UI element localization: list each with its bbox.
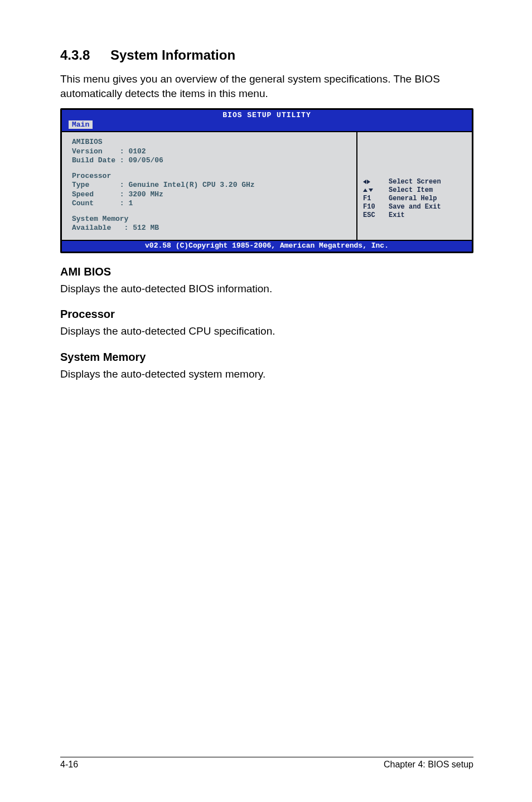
- chapter-label: Chapter 4: BIOS setup: [384, 760, 473, 770]
- ami-bios-text: Displays the auto-detected BIOS informat…: [60, 282, 473, 296]
- system-memory-text: Displays the auto-detected system memory…: [60, 367, 473, 381]
- bios-help-pane: Select Screen Select Item F1 General Hel…: [357, 131, 472, 239]
- memory-available: Available : 512 MB: [72, 224, 349, 233]
- processor-group: Processor Type : Genuine Intel(R) CPU 3.…: [72, 172, 349, 208]
- memory-group: System Memory Available : 512 MB: [72, 215, 349, 233]
- help-select-item: Select Item: [363, 186, 466, 195]
- processor-label: Processor: [72, 172, 349, 181]
- processor-speed: Speed : 3200 MHz: [72, 190, 349, 199]
- bios-copyright: v02.58 (C)Copyright 1985-2006, American …: [62, 240, 472, 252]
- arrow-left-right-icon: [363, 180, 370, 184]
- system-memory-heading: System Memory: [60, 351, 473, 364]
- bios-panel: BIOS SETUP UTILITY Main AMIBIOS Version …: [60, 108, 473, 253]
- help-general-help: F1 General Help: [363, 195, 466, 203]
- processor-text: Displays the auto-detected CPU specifica…: [60, 324, 473, 339]
- arrow-up-down-icon: [363, 189, 373, 192]
- amibios-build-date: Build Date : 09/05/06: [72, 156, 349, 165]
- processor-heading: Processor: [60, 308, 473, 321]
- intro-paragraph: This menu gives you an overview of the g…: [60, 72, 473, 100]
- memory-label: System Memory: [72, 215, 349, 224]
- section-number: 4.3.8: [60, 47, 110, 63]
- processor-type: Type : Genuine Intel(R) CPU 3.20 GHz: [72, 181, 349, 190]
- help-exit: ESC Exit: [363, 211, 466, 220]
- page-number: 4-16: [60, 760, 78, 770]
- page-footer: 4-16 Chapter 4: BIOS setup: [60, 757, 473, 770]
- help-save-exit: F10 Save and Exit: [363, 203, 466, 211]
- help-select-screen: Select Screen: [363, 178, 466, 186]
- section-title: System Information: [110, 47, 235, 62]
- tab-main[interactable]: Main: [69, 120, 93, 129]
- bios-header: BIOS SETUP UTILITY Main: [62, 110, 472, 131]
- ami-bios-heading: AMI BIOS: [60, 265, 473, 278]
- processor-count: Count : 1: [72, 199, 349, 208]
- amibios-version: Version : 0102: [72, 147, 349, 156]
- bios-tab-bar: Main: [62, 119, 472, 131]
- bios-info-pane: AMIBIOS Version : 0102 Build Date : 09/0…: [62, 131, 357, 239]
- amibios-label: AMIBIOS: [72, 138, 349, 147]
- bios-title: BIOS SETUP UTILITY: [62, 111, 472, 119]
- section-heading: 4.3.8System Information: [60, 47, 473, 63]
- amibios-group: AMIBIOS Version : 0102 Build Date : 09/0…: [72, 138, 349, 165]
